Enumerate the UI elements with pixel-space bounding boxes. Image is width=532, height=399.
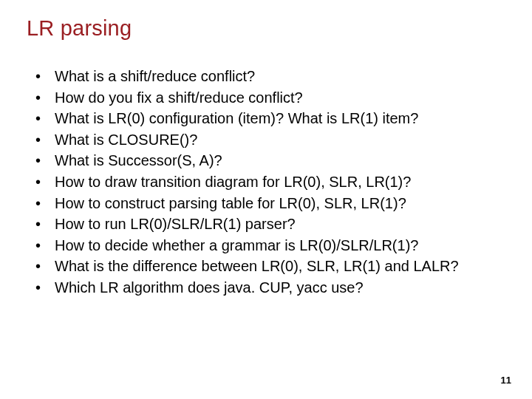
list-item: How to draw transition diagram for LR(0)… — [34, 171, 505, 193]
slide-title: LR parsing — [27, 16, 505, 41]
list-item: What is the difference between LR(0), SL… — [34, 256, 505, 277]
list-item: What is a shift/reduce conflict? — [34, 66, 505, 87]
list-item: How to decide whether a grammar is LR(0)… — [34, 235, 505, 256]
list-item: Which LR algorithm does java. CUP, yacc … — [34, 277, 505, 299]
list-item: What is Successor(S, A)? — [34, 150, 505, 171]
slide: LR parsing What is a shift/reduce confli… — [0, 0, 532, 399]
list-item: How to construct parsing table for LR(0)… — [34, 193, 505, 214]
list-item: How to run LR(0)/SLR/LR(1) parser? — [34, 214, 505, 235]
list-item: What is LR(0) configuration (item)? What… — [34, 108, 505, 129]
page-number: 11 — [501, 375, 511, 386]
list-item: How do you fix a shift/reduce conflict? — [34, 87, 505, 109]
bullet-list: What is a shift/reduce conflict? How do … — [27, 66, 505, 299]
list-item: What is CLOSURE()? — [34, 129, 505, 151]
